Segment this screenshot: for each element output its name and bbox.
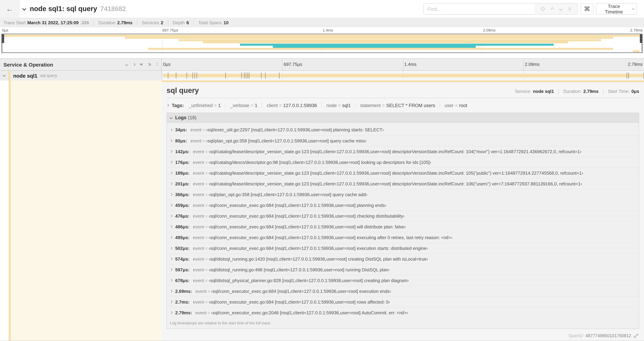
span-duration-bar[interactable] [163,74,643,77]
log-field-value: ‹sql/conn_executor_exec.go:684 [nsql1,cl… [211,288,391,294]
view-selector-button[interactable]: Trace Timeline [596,3,637,15]
log-chevron-icon [170,257,172,260]
log-row[interactable]: 597μs:event=‹sql/distsql_running.go:498 … [167,264,639,275]
prev-match-icon[interactable] [550,7,554,11]
log-row[interactable]: 189μs:event=‹sql/catalog/lease/descripto… [167,167,639,178]
log-row[interactable]: 34μs:event=‹sql/exec_util.go:2297 [nsql1… [167,124,639,135]
log-field-value: ‹sql/distsql_physical_planner.go:828 [ns… [208,278,409,283]
log-row[interactable]: 502μs:event=‹sql/conn_executor_exec.go:6… [167,243,639,253]
keyboard-shortcuts-button[interactable]: ⌘ [581,3,594,15]
span-operation-name: sql query [40,73,57,78]
tag-divider [440,103,440,108]
log-field-key: event [193,235,204,240]
log-row[interactable]: 2.69ms:event=‹sql/conn_executor_exec.go:… [167,285,639,296]
stats-divider [193,20,194,25]
log-timestamp: 189μs: [175,170,190,176]
log-marker-tick [249,72,249,79]
log-row[interactable]: 80μs:event=‹sql/plan_opt.go:358 [nsql1,c… [167,135,639,146]
log-timestamp: 201μs: [175,181,190,186]
logs-header[interactable]: Logs (18) [167,113,639,123]
log-chevron-icon [170,150,172,153]
log-row[interactable]: 366μs:event=‹sql/plan_opt.go:358 [nsql1,… [167,189,639,200]
find-box [424,3,578,15]
log-equals: = [205,203,208,208]
trace-stat: Services2 [142,20,163,25]
minimap-span-bar [179,39,601,41]
log-equals: = [208,310,210,315]
deep-link-icon[interactable] [634,333,638,338]
log-row[interactable]: 678μs:event=‹sql/distsql_physical_planne… [167,275,639,285]
span-row-name-cell[interactable]: node sql1 sql query [0,71,162,80]
minimap-scrubber-grip-left[interactable] [2,34,4,43]
log-row[interactable]: 2.79ms:event=‹sql/conn_executor_exec.go:… [167,307,639,318]
detail-header: sql query Service:node sql1Duration:2.79… [166,80,639,95]
expand-all-icon[interactable] [148,63,150,66]
log-field-value: ‹sql/conn_executor_exec.go:684 [nsql1,cl… [208,235,452,240]
tag-value: root [459,103,467,108]
column-resize-handle[interactable] [156,62,158,67]
tags-accordion[interactable]: Tags: _unfinished=1_verbose=1client=127.… [166,103,639,108]
stat-label: Services [142,20,159,25]
tag-item: user=root [444,103,467,108]
log-row[interactable]: 476μs:event=‹sql/conn_executor_exec.go:6… [167,210,639,221]
stat-value: 2 [161,20,163,25]
stat-value: 10 [224,20,228,25]
find-input[interactable] [424,4,533,14]
trace-title-wrap[interactable]: node sql1: sql query 7418682 [23,0,126,18]
log-row[interactable]: 201μs:event=‹sql/catalog/lease/descripto… [167,178,639,189]
log-equals: = [205,299,208,304]
log-field-value: ‹sql/conn_executor_exec.go:684 [nsql1,cl… [208,224,406,229]
span-row: node sql1 sql query [0,71,644,80]
log-row[interactable]: 459μs:event=‹sql/conn_executor_exec.go:6… [167,200,639,210]
collapse-one-icon[interactable] [126,63,128,66]
back-button[interactable]: ← [0,0,20,18]
trace-id: 7418682 [100,5,126,13]
trace-stat: Depth6 [172,20,189,25]
log-equals: = [205,278,208,283]
tag-key: statement [360,103,381,108]
minimap-span-bar [2,35,642,37]
clear-search-icon[interactable] [568,7,572,11]
log-chevron-icon [170,279,172,282]
log-chevron-icon [170,290,172,293]
log-row[interactable]: 486μs:event=‹sql/conn_executor_exec.go:6… [167,221,639,232]
stat-label: Total Spans [198,20,222,25]
collapse-all-icon[interactable] [140,64,142,65]
log-chevron-icon [170,300,172,303]
log-field-value: ‹sql/conn_executor_exec.go:684 [nsql1,cl… [208,245,428,251]
stat-value: March 31 2022, 17:25:09 [27,20,78,25]
span-id-label: SpanID: [568,333,584,338]
match-locate-icon[interactable] [540,7,545,11]
next-match-icon[interactable] [559,7,563,11]
minimap-scrubber-grip-right[interactable] [640,34,642,43]
log-chevron-icon [170,172,172,174]
meta-value: 0μs [631,89,639,94]
logs-accordion: Logs (18) 34μs:event=‹sql/exec_util.go:2… [166,113,639,329]
tag-item: _unfinished=1 [189,103,221,108]
log-timestamp: 502μs: [175,245,190,251]
log-row[interactable]: 495μs:event=‹sql/conn_executor_exec.go:6… [167,232,639,243]
log-row[interactable]: 142μs:event=‹sql/catalog/lease/descripto… [167,146,639,157]
logs-note: Log timestamps are relative to the start… [167,318,639,328]
collapse-trace-icon[interactable] [22,7,26,11]
span-detail-zone: sql query Service:node sql1Duration:2.79… [0,80,644,341]
log-timestamp: 2.79ms: [175,310,192,315]
tag-item: node=sql1 [326,103,351,108]
expand-one-icon[interactable] [133,63,135,66]
log-timestamp: 2.7ms: [175,299,190,304]
logs-label: Logs [175,115,186,120]
log-row[interactable]: 176μs:event=‹sql/catalog/descs/descripto… [167,157,639,167]
log-row[interactable]: 574μs:event=‹sql/distsql_running.go:1420… [167,253,639,264]
ruler-tick-label: 0μs [163,62,170,67]
log-marker-tick [244,72,244,79]
minimap-canvas[interactable] [2,34,642,53]
tag-item: statement=SELECT * FROM users [360,103,435,108]
log-row[interactable]: 2.7ms:event=‹sql/conn_executor_exec.go:6… [167,296,639,307]
log-field-key: event [193,203,204,208]
span-collapse-icon[interactable] [3,74,6,77]
view-selector-label: Trace Timeline [598,3,630,14]
tag-eq: = [279,103,282,108]
minimap-span-bar [273,46,476,48]
tag-eq: = [214,103,217,108]
ruler-tick-label: 2.79ms [628,62,642,67]
